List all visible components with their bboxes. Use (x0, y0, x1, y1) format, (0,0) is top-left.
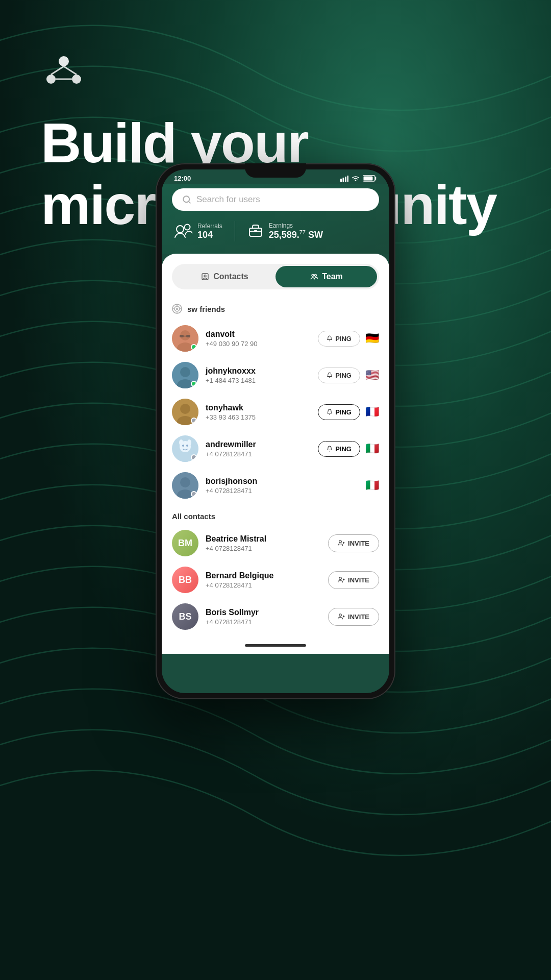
contact-name: tonyhawk (206, 403, 311, 412)
team-icon (310, 273, 318, 281)
search-placeholder: Search for users (196, 194, 260, 205)
contact-info: Bernard Belgique +4 0728128471 (206, 571, 321, 589)
online-indicator (191, 344, 197, 350)
online-indicator (191, 418, 197, 424)
earnings-stat: Earnings 25,589.77 SW (247, 222, 323, 240)
contacts-icon (201, 273, 209, 281)
contact-info: Beatrice Mistral +4 0728128471 (206, 534, 321, 552)
contact-name: Boris Sollmyr (206, 608, 321, 617)
svg-rect-19 (254, 230, 257, 232)
svg-point-22 (312, 274, 314, 276)
contact-row: BM Beatrice Mistral +4 0728128471 INVITE (162, 525, 389, 561)
referrals-stat: Referrals 104 (174, 223, 222, 240)
ping-button[interactable]: PING (318, 368, 360, 383)
contact-row: andrewmiller +4 0728128471 PING 🇮🇹 (162, 430, 389, 467)
bell-icon (327, 446, 333, 452)
online-indicator (191, 381, 197, 387)
add-person-icon (338, 540, 345, 547)
contact-info: borisjhonson +4 0728128471 (206, 477, 358, 495)
contact-phone: +1 484 473 1481 (206, 377, 311, 384)
contact-phone: +33 93 463 1375 (206, 413, 311, 421)
contact-row: BB Bernard Belgique +4 0728128471 INVITE (162, 561, 389, 598)
avatar (172, 435, 198, 462)
hero-icon (41, 51, 496, 102)
country-flag: 🇩🇪 (365, 332, 379, 345)
svg-point-51 (180, 477, 190, 487)
ping-button[interactable]: PING (318, 441, 360, 457)
tab-contacts[interactable]: Contacts (174, 266, 276, 287)
invite-button[interactable]: INVITE (328, 534, 379, 552)
referrals-label: Referrals (197, 223, 222, 230)
main-card: Contacts Team (162, 254, 389, 654)
earnings-label: Earnings (269, 222, 323, 229)
app-header: Search for users Referrals 104 (162, 184, 389, 254)
contact-actions: PING 🇺🇸 (318, 368, 379, 383)
phone-screen: 12:00 (162, 169, 389, 693)
contact-actions: PING 🇩🇪 (318, 331, 379, 347)
add-person-icon (338, 613, 345, 620)
ping-button[interactable]: PING (318, 331, 360, 347)
country-flag: 🇫🇷 (365, 405, 379, 419)
svg-point-38 (180, 367, 190, 377)
contact-name: johnyknoxxx (206, 366, 311, 376)
country-flag: 🇺🇸 (365, 369, 379, 382)
bell-icon (327, 372, 333, 378)
status-icons (340, 175, 377, 182)
earnings-info: Earnings 25,589.77 SW (269, 222, 323, 240)
svg-point-16 (185, 225, 190, 230)
phone-notch (245, 163, 306, 178)
stats-divider (235, 221, 235, 241)
avatar: BS (172, 603, 198, 630)
svg-point-56 (339, 577, 342, 580)
svg-rect-35 (186, 335, 190, 337)
svg-line-4 (51, 66, 64, 75)
svg-point-25 (174, 306, 180, 311)
svg-point-45 (182, 445, 184, 447)
svg-point-15 (177, 226, 184, 233)
avatar (172, 362, 198, 388)
contact-row: tonyhawk +33 93 463 1375 PING 🇫🇷 (162, 394, 389, 430)
referrals-value: 104 (197, 230, 222, 240)
svg-point-21 (204, 275, 206, 277)
svg-point-41 (180, 404, 190, 414)
contact-info: johnyknoxxx +1 484 473 1481 (206, 366, 311, 384)
signal-icon (340, 176, 348, 182)
contact-name: andrewmiller (206, 440, 311, 449)
search-bar[interactable]: Search for users (172, 188, 379, 211)
avatar (172, 325, 198, 352)
tab-team[interactable]: Team (276, 266, 377, 287)
svg-point-53 (339, 541, 342, 543)
sw-friends-label: sw friends (187, 305, 225, 313)
svg-rect-9 (345, 177, 346, 182)
country-flag: 🇮🇹 (365, 479, 379, 492)
svg-rect-12 (364, 177, 373, 181)
contact-row: borisjhonson +4 0728128471 🇮🇹 (162, 467, 389, 504)
svg-rect-34 (180, 335, 184, 337)
contact-name: danvolt (206, 330, 311, 339)
ping-button[interactable]: PING (318, 404, 360, 420)
earnings-icon (247, 223, 264, 239)
online-indicator (191, 454, 197, 460)
referrals-info: Referrals 104 (197, 223, 222, 240)
invite-button[interactable]: INVITE (328, 571, 379, 589)
svg-point-59 (339, 614, 342, 617)
home-indicator (245, 644, 306, 647)
contact-info: Boris Sollmyr +4 0728128471 (206, 608, 321, 626)
online-indicator (191, 491, 197, 497)
avatar: BM (172, 530, 198, 556)
contact-phone: +4 0728128471 (206, 618, 321, 626)
country-flag: 🇮🇹 (365, 442, 379, 455)
avatar (172, 399, 198, 425)
sw-friends-icon (172, 304, 182, 314)
contact-row: danvolt +49 030 90 72 90 PING 🇩🇪 (162, 320, 389, 357)
svg-point-1 (59, 56, 69, 66)
bell-icon (327, 409, 333, 415)
svg-line-14 (188, 201, 190, 203)
svg-point-46 (186, 445, 188, 447)
invite-button[interactable]: INVITE (328, 608, 379, 626)
contact-name: borisjhonson (206, 477, 358, 486)
contact-phone: +4 0728128471 (206, 545, 321, 552)
referrals-icon (174, 223, 192, 239)
svg-point-23 (315, 274, 317, 276)
avatar (172, 472, 198, 499)
